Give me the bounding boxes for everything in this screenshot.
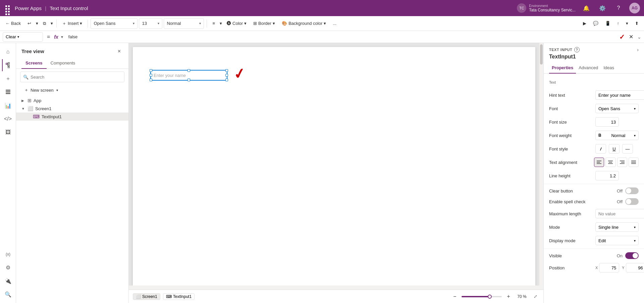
spell-check-label: Enable spell check: [549, 199, 593, 204]
bg-color-button[interactable]: 🎨 Background color ▾: [279, 18, 329, 29]
font-weight-select[interactable]: B Normal ▾: [595, 131, 639, 140]
insert-button[interactable]: ＋ Insert ▾: [59, 18, 85, 29]
formula-expand-icon[interactable]: ⌄: [637, 34, 641, 40]
align-left-button[interactable]: [594, 158, 604, 167]
canvas-vscroll[interactable]: [539, 43, 543, 290]
formula-accept-icon[interactable]: ✓: [619, 33, 625, 41]
zoom-thumb[interactable]: [488, 295, 492, 299]
mode-select[interactable]: Single line ▾: [595, 222, 639, 232]
comment-button[interactable]: 💬: [590, 18, 601, 29]
svg-rect-9: [6, 93, 10, 94]
canvas-textinput[interactable]: Enter your name: [150, 70, 227, 81]
copy-dropdown-button[interactable]: ▾: [50, 18, 54, 29]
handle-bot-left[interactable]: [150, 79, 152, 81]
right-panel-expand-icon[interactable]: ›: [637, 47, 639, 52]
properties-tab[interactable]: Properties: [549, 62, 576, 74]
handle-mid-left[interactable]: [150, 74, 152, 77]
canvas-content[interactable]: Enter your name ✓: [133, 47, 535, 286]
align-center-button[interactable]: [605, 158, 615, 167]
help-circle-icon[interactable]: ?: [574, 47, 580, 52]
canvas-hscroll[interactable]: [129, 286, 539, 290]
waffle-menu[interactable]: [4, 4, 12, 12]
tree-item-app[interactable]: ▶ ⊞ App: [16, 96, 128, 104]
font-size-input[interactable]: [595, 117, 619, 127]
new-screen-button[interactable]: ＋ New screen ▾: [19, 85, 126, 95]
font-dropdown[interactable]: Open Sans ▾: [91, 18, 138, 29]
align-dropdown-button[interactable]: ▾: [219, 18, 223, 29]
media-icon[interactable]: 🖼: [2, 126, 14, 138]
tree-item-screen1[interactable]: ▼ ⬜ Screen1: [16, 104, 128, 113]
color-button[interactable]: 🅐 Color ▾: [224, 18, 249, 29]
spell-check-toggle[interactable]: [625, 198, 639, 205]
tree-item-textinput1[interactable]: ⌨ TextInput1 ···: [16, 113, 128, 121]
handle-top-left[interactable]: [150, 69, 152, 72]
font-size-dropdown[interactable]: 13 ▾: [139, 18, 162, 29]
components-tab[interactable]: Components: [47, 58, 79, 69]
handle-mid-right[interactable]: [225, 74, 228, 77]
screens-tab[interactable]: Screens: [21, 58, 47, 69]
devices-button[interactable]: 📱: [602, 18, 613, 29]
align-justify-button[interactable]: [629, 158, 639, 167]
publish-button[interactable]: ⬆: [632, 18, 641, 29]
formula-input[interactable]: [66, 34, 618, 39]
zoom-in-button[interactable]: ＋: [504, 293, 513, 301]
advanced-tab[interactable]: Advanced: [576, 62, 601, 74]
font-select[interactable]: Open Sans ▾: [595, 104, 639, 113]
max-length-input[interactable]: [595, 209, 644, 218]
more-button[interactable]: ...: [330, 18, 339, 29]
search-left-icon[interactable]: 🔍: [2, 288, 14, 300]
display-mode-select[interactable]: Edit ▾: [595, 236, 639, 245]
notification-icon[interactable]: 🔔: [581, 3, 592, 13]
align-button[interactable]: ≡: [210, 18, 218, 29]
chart-icon[interactable]: 📊: [2, 99, 14, 112]
handle-bot-right[interactable]: [225, 79, 228, 81]
save-dropdown-button[interactable]: ▾: [623, 18, 631, 29]
zoom-slider[interactable]: [462, 296, 502, 297]
copy-button[interactable]: ⧉: [40, 18, 49, 29]
align-right-button[interactable]: [617, 158, 627, 167]
back-button[interactable]: ← Back: [3, 18, 23, 29]
underline-button[interactable]: U: [609, 144, 620, 154]
font-weight-dropdown[interactable]: Normal ▾: [164, 18, 204, 29]
position-x-input[interactable]: [599, 263, 619, 272]
handle-top-mid[interactable]: [187, 69, 190, 72]
textinput1-tag[interactable]: ⌨ TextInput1: [163, 293, 195, 300]
clear-button-label: Clear button: [549, 188, 593, 193]
strikethrough-button[interactable]: —: [622, 144, 633, 154]
handle-bot-mid[interactable]: [187, 79, 190, 81]
handle-top-right[interactable]: [225, 69, 228, 72]
visible-toggle[interactable]: [625, 252, 639, 259]
italic-button[interactable]: /: [595, 144, 606, 154]
treeview-icon[interactable]: [2, 59, 14, 71]
hint-text-input[interactable]: [595, 90, 644, 100]
home-icon[interactable]: ⌂: [2, 46, 14, 58]
connectors-icon[interactable]: 🔌: [2, 275, 14, 287]
code-icon[interactable]: </>: [2, 113, 14, 125]
app-expand-icon: ▶: [21, 99, 25, 102]
line-height-input[interactable]: [595, 171, 619, 180]
zoom-out-button[interactable]: −: [451, 293, 459, 301]
vscroll-thumb[interactable]: [540, 44, 543, 64]
property-dropdown[interactable]: Clear ▾: [3, 32, 43, 42]
fullscreen-button[interactable]: ⤢: [531, 293, 539, 301]
preview-button[interactable]: ▶: [580, 18, 589, 29]
variables-icon[interactable]: (x): [2, 248, 14, 260]
formula-cancel-icon[interactable]: ✕: [626, 34, 636, 40]
clear-button-toggle[interactable]: [625, 187, 639, 194]
data-icon[interactable]: [2, 86, 14, 98]
position-y-input[interactable]: [626, 263, 644, 272]
clear-button-toggle-group: Off: [617, 187, 639, 194]
ideas-tab[interactable]: Ideas: [601, 62, 617, 74]
help-icon[interactable]: ?: [613, 3, 624, 13]
insert-icon[interactable]: ＋: [2, 73, 14, 85]
avatar[interactable]: AG: [629, 3, 640, 13]
border-button[interactable]: ⊞ Border ▾: [251, 18, 278, 29]
save-button[interactable]: ↑: [614, 18, 622, 29]
screen1-tag[interactable]: ⬜ Screen1: [133, 293, 160, 300]
settings-icon[interactable]: ⚙️: [597, 3, 608, 13]
search-input[interactable]: [31, 75, 121, 80]
tree-close-button[interactable]: ✕: [115, 47, 123, 55]
settings-left-icon[interactable]: ⚙: [2, 261, 14, 273]
undo-dropdown-button[interactable]: ▾: [35, 18, 39, 29]
undo-button[interactable]: ↩: [25, 18, 34, 29]
